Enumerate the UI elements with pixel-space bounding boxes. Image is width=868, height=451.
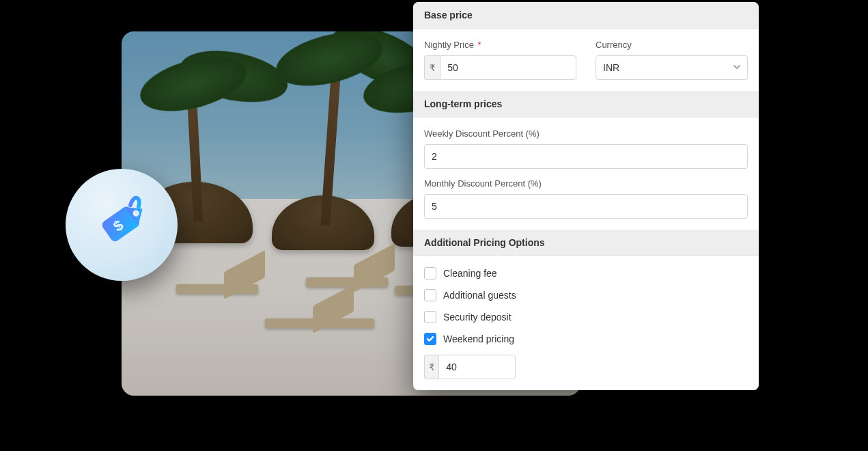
long-term-body: Weekly Discount Percent (%) Monthly Disc… xyxy=(413,118,759,230)
additional-options-header: Additional Pricing Options xyxy=(413,230,759,256)
additional-guests-checkbox[interactable] xyxy=(424,289,436,301)
weekend-pricing-checkbox[interactable] xyxy=(424,333,436,345)
nightly-price-label: Nightly Price * xyxy=(424,40,576,50)
monthly-discount-input[interactable] xyxy=(424,194,748,219)
base-price-body: Nightly Price * ₹ Currency INR xyxy=(413,29,759,91)
weekly-discount-input[interactable] xyxy=(424,144,748,169)
currency-symbol-prefix: ₹ xyxy=(424,355,438,379)
weekend-price-input[interactable] xyxy=(438,355,516,379)
currency-select[interactable]: INR xyxy=(596,55,748,80)
price-tag-icon: $ xyxy=(90,192,153,258)
long-term-header: Long-term prices xyxy=(413,91,759,118)
price-tag-badge: $ xyxy=(66,169,178,281)
additional-guests-label: Additional guests xyxy=(443,290,516,301)
weekly-discount-label: Weekly Discount Percent (%) xyxy=(424,128,748,139)
monthly-discount-label: Monthly Discount Percent (%) xyxy=(424,178,748,189)
cleaning-fee-label: Cleaning fee xyxy=(443,268,497,279)
additional-options-body: Cleaning fee Additional guests Security … xyxy=(413,256,759,390)
currency-label: Currency xyxy=(596,40,748,50)
nightly-price-input-wrap: ₹ xyxy=(424,55,576,80)
cleaning-fee-checkbox[interactable] xyxy=(424,267,436,279)
pricing-panel: Base price Nightly Price * ₹ Currency IN… xyxy=(413,2,759,390)
security-deposit-label: Security deposit xyxy=(443,312,512,323)
weekend-price-input-wrap: ₹ xyxy=(424,355,516,379)
base-price-header: Base price xyxy=(413,2,759,29)
nightly-price-input[interactable] xyxy=(440,55,576,80)
currency-symbol-prefix: ₹ xyxy=(424,55,440,80)
weekend-pricing-label: Weekend pricing xyxy=(443,333,514,344)
security-deposit-checkbox[interactable] xyxy=(424,311,436,323)
